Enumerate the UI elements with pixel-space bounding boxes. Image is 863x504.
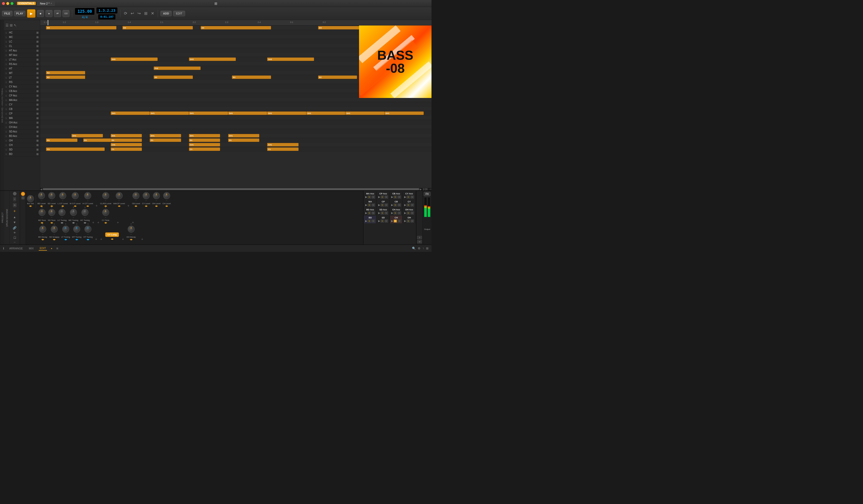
sd-level-control[interactable] <box>48 192 55 199</box>
cb-s[interactable]: S <box>393 203 397 207</box>
nav-edit[interactable]: EDIT <box>39 246 47 251</box>
track-item[interactable]: 1MA <box>4 116 40 121</box>
back-button[interactable]: ↩ <box>130 10 135 17</box>
track-item[interactable]: 1CY Acc <box>4 85 40 89</box>
mix-button[interactable]: ⊞ <box>143 10 148 17</box>
ma-play[interactable] <box>365 204 367 206</box>
clip[interactable]: E2 <box>232 75 271 79</box>
sd-plus[interactable]: + <box>51 191 53 192</box>
horizontal-scrollbar[interactable]: ◀ ▶ 1/16 − + <box>40 188 432 190</box>
dm-add-icon[interactable]: + <box>13 209 16 213</box>
oh-play[interactable] <box>404 220 406 222</box>
track-item[interactable]: 1LT <box>4 75 40 80</box>
oh-m[interactable]: M <box>411 219 414 223</box>
mt-tune-plus[interactable]: + <box>76 223 78 225</box>
stop-button[interactable]: ■ <box>37 10 44 17</box>
lct-control[interactable] <box>59 192 66 199</box>
track-item[interactable]: 1BD <box>4 152 40 156</box>
clrs-minus[interactable]: − <box>105 199 107 202</box>
settings-icon[interactable]: ⚙ <box>418 247 421 250</box>
lc-tune-control[interactable] <box>59 209 65 216</box>
scroll-right-button[interactable]: ▶ <box>420 188 422 191</box>
bd-decay-minus[interactable]: − <box>42 233 44 236</box>
ht-tune-plus[interactable]: + <box>87 223 89 225</box>
clip[interactable]: D3 <box>201 26 271 29</box>
clip[interactable]: G#1 <box>228 111 267 115</box>
sd-minus[interactable]: − <box>51 199 53 202</box>
ma-acc-m[interactable]: M <box>372 196 375 199</box>
fx-button[interactable]: FX <box>424 192 430 196</box>
sd-s[interactable]: S <box>380 219 384 223</box>
bd-decay-plus[interactable]: + <box>42 223 44 225</box>
loop-icon-button[interactable]: ⟳ <box>123 10 128 17</box>
dm-nav-up[interactable]: ▲ <box>13 215 16 219</box>
mc-tune-control[interactable] <box>70 209 77 216</box>
clrs-control[interactable] <box>102 192 109 199</box>
oh-level-plus[interactable]: + <box>155 191 158 192</box>
list-view-button[interactable]: ☰ <box>5 23 9 27</box>
bd-tone-plus[interactable]: + <box>41 206 43 209</box>
oh-s[interactable]: S <box>407 219 410 223</box>
bd-level-minus[interactable]: − <box>40 199 42 202</box>
bd-tone-minus[interactable]: − <box>41 216 43 219</box>
ma-acc-s[interactable]: S <box>367 196 371 199</box>
track-item[interactable]: 1MT <box>4 71 40 75</box>
edit-button[interactable]: EDIT <box>173 11 185 16</box>
dm-link-icon[interactable]: 🔗 <box>13 226 16 230</box>
bd-acc-s[interactable]: S <box>367 211 371 215</box>
cy-long-button[interactable]: CY Long <box>105 232 119 237</box>
dm-icon-btn-1[interactable] <box>13 192 16 196</box>
ch-acc-m[interactable]: M <box>398 211 401 215</box>
clip[interactable]: G#1 <box>385 111 424 115</box>
dm-nav-down[interactable]: ▼ <box>13 220 16 224</box>
sd-snappy-control[interactable] <box>51 226 58 232</box>
cy-acc-play[interactable] <box>404 196 406 198</box>
lc-tune-minus[interactable]: − <box>61 216 63 219</box>
clip[interactable]: C1 <box>189 148 220 151</box>
ch-acc-play[interactable] <box>391 212 393 214</box>
sd-tone-minus[interactable]: − <box>51 216 53 219</box>
ht-tune-control[interactable] <box>85 226 91 232</box>
play-label-button[interactable]: PLAY <box>14 11 25 16</box>
lct-minus[interactable]: − <box>62 199 64 202</box>
clip[interactable]: D#1 <box>228 134 259 137</box>
info-icon[interactable]: ℹ <box>3 247 4 250</box>
cp-s[interactable]: S <box>380 203 384 207</box>
oh-decay-control[interactable] <box>128 226 135 232</box>
lt-tune-control[interactable] <box>62 226 69 232</box>
dm-icon-btn-2[interactable]: ≡ <box>13 197 16 201</box>
oh-decay-minus[interactable]: − <box>130 233 132 236</box>
clip[interactable]: G#1 <box>189 111 228 115</box>
clip[interactable]: C1 <box>111 148 142 151</box>
cy-tone-control[interactable] <box>102 209 109 216</box>
ch-play[interactable] <box>391 220 393 222</box>
cb-plus[interactable]: + <box>135 191 137 192</box>
track-item[interactable]: 1LT Acc <box>4 58 40 62</box>
oh-acc-m[interactable]: M <box>411 211 414 215</box>
ma-acc-play[interactable] <box>365 196 367 198</box>
hc-tune-minus[interactable]: − <box>84 216 86 219</box>
mc-tune-minus[interactable]: − <box>73 216 74 219</box>
clip[interactable]: D1 <box>46 138 77 142</box>
ma-m[interactable]: M <box>372 203 375 207</box>
sd-tone-control[interactable] <box>48 209 55 216</box>
ch-acc-s[interactable]: S <box>393 211 397 215</box>
track-row[interactable] <box>40 124 432 129</box>
arrangement-area[interactable]: D3D3D3D3G#2G#2G#2F#2F2E2E2E2E2E2G#1G#1G#… <box>40 25 432 188</box>
clip[interactable]: D1 <box>83 138 114 142</box>
track-row[interactable] <box>40 102 432 106</box>
play-button[interactable]: ▶ <box>27 9 36 18</box>
cy-level-minus[interactable]: − <box>145 199 147 202</box>
clip[interactable]: G#1 <box>150 111 189 115</box>
track-item[interactable]: 1CH Acc <box>4 125 40 129</box>
cy-tone-plus[interactable]: + <box>105 206 107 209</box>
dm-headphone-icon[interactable]: 🎧 <box>13 236 16 239</box>
cy-acc-s[interactable]: S <box>407 196 410 199</box>
cy-level-plus[interactable]: + <box>145 191 147 192</box>
cp-acc-m[interactable]: M <box>385 196 388 199</box>
scrollbar-thumb[interactable] <box>43 188 419 190</box>
bd-play[interactable] <box>365 220 367 222</box>
sd-play[interactable] <box>378 220 380 222</box>
oh-acc-play[interactable] <box>404 212 406 214</box>
mct-control[interactable] <box>72 192 79 199</box>
